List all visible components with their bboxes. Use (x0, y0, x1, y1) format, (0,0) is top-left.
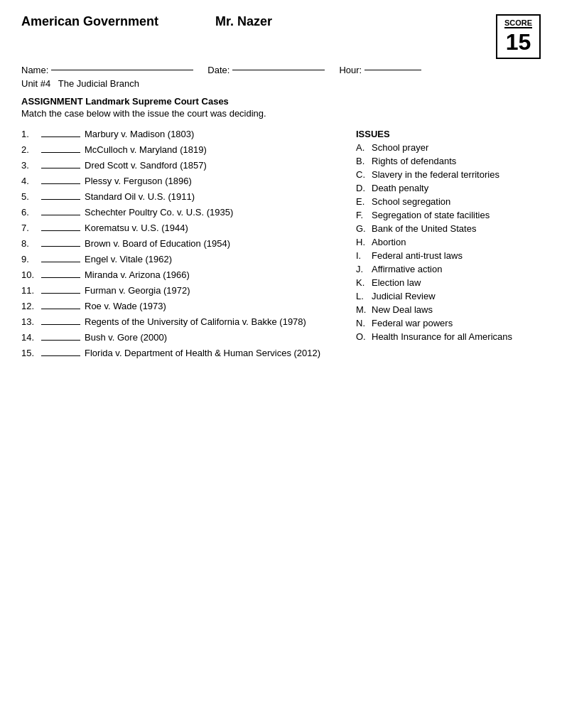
case-name: Bush v. Gore (2000) (85, 332, 342, 343)
assignment-instruction: Match the case below with the issue the … (21, 108, 541, 119)
unit-name: The Judicial Branch (58, 78, 139, 89)
issue-item: G. Bank of the United States (356, 223, 541, 234)
issue-item: F. Segregation of state facilities (356, 210, 541, 220)
hour-underline[interactable] (364, 70, 421, 70)
case-name: Furman v. Georgia (1972) (85, 285, 342, 296)
score-box: SCORE 15 (496, 14, 541, 59)
issue-item: M. New Deal laws (356, 304, 541, 315)
issue-text: Judicial Review (372, 291, 541, 301)
case-name: Regents of the University of California … (85, 316, 342, 327)
case-answer-blank[interactable] (41, 309, 80, 309)
case-answer-blank[interactable] (41, 168, 80, 168)
case-answer-blank[interactable] (41, 215, 80, 215)
case-item: 5. Standard Oil v. U.S. (1911) (21, 191, 342, 202)
teacher-name: Mr. Nazer (215, 14, 272, 29)
case-answer-blank[interactable] (41, 246, 80, 247)
issue-item: H. Abortion (356, 237, 541, 247)
issue-item: B. Rights of defendants (356, 156, 541, 166)
case-name: Engel v. Vitale (1962) (85, 254, 342, 264)
issue-text: Affirmative action (372, 264, 541, 274)
case-item: 11. Furman v. Georgia (1972) (21, 285, 342, 296)
issue-letter: J. (356, 264, 372, 274)
case-name: Plessy v. Ferguson (1896) (85, 176, 342, 186)
issue-letter: I. (356, 250, 372, 261)
case-item: 14. Bush v. Gore (2000) (21, 332, 342, 343)
issue-item: E. School segregation (356, 196, 541, 207)
issue-item: I. Federal anti-trust laws (356, 250, 541, 261)
case-answer-blank[interactable] (41, 340, 80, 341)
issue-text: Abortion (372, 237, 541, 247)
issue-letter: C. (356, 169, 372, 180)
case-answer-blank[interactable] (41, 230, 80, 231)
issue-letter: N. (356, 318, 372, 328)
course-title: American Government (21, 14, 158, 29)
case-name: Standard Oil v. U.S. (1911) (85, 191, 342, 202)
case-number: 5. (21, 191, 41, 202)
issue-text: Segregation of state facilities (372, 210, 541, 220)
case-number: 3. (21, 160, 41, 171)
issue-letter: E. (356, 196, 372, 207)
issue-text: School prayer (372, 142, 541, 153)
issue-letter: K. (356, 277, 372, 288)
case-item: 7. Korematsu v. U.S. (1944) (21, 223, 342, 233)
score-label: SCORE (504, 18, 532, 27)
case-item: 1. Marbury v. Madison (1803) (21, 129, 342, 139)
issue-item: L. Judicial Review (356, 291, 541, 301)
case-answer-blank[interactable] (41, 355, 80, 356)
assignment-title: ASSIGNMENT Landmark Supreme Court Cases (21, 96, 541, 107)
issue-text: Death penalty (372, 183, 541, 193)
unit-label: Unit #4 (21, 78, 50, 89)
case-answer-blank[interactable] (41, 324, 80, 325)
case-name: Marbury v. Madison (1803) (85, 129, 342, 139)
case-item: 6. Schechter Poultry Co. v. U.S. (1935) (21, 207, 342, 218)
issue-text: Slavery in the federal territories (372, 169, 541, 180)
case-name: Dred Scott v. Sandford (1857) (85, 160, 342, 171)
header-left: American Government Mr. Nazer (21, 14, 272, 29)
case-item: 2. McCulloch v. Maryland (1819) (21, 144, 342, 155)
case-number: 14. (21, 332, 41, 343)
case-number: 11. (21, 285, 41, 296)
cases-column: 1. Marbury v. Madison (1803) 2. McCulloc… (21, 129, 342, 363)
case-item: 15. Florida v. Department of Health & Hu… (21, 348, 342, 358)
issue-text: Bank of the United States (372, 223, 541, 234)
issue-item: J. Affirmative action (356, 264, 541, 274)
case-name: McCulloch v. Maryland (1819) (85, 144, 342, 155)
issue-item: N. Federal war powers (356, 318, 541, 328)
case-number: 6. (21, 207, 41, 218)
issue-item: C. Slavery in the federal territories (356, 169, 541, 180)
case-answer-blank[interactable] (41, 152, 80, 153)
date-underline[interactable] (232, 70, 325, 70)
issue-text: New Deal laws (372, 304, 541, 315)
date-field: Date: (207, 65, 325, 75)
issue-letter: D. (356, 183, 372, 193)
case-item: 8. Brown v. Board of Education (1954) (21, 238, 342, 249)
case-name: Brown v. Board of Education (1954) (85, 238, 342, 249)
case-number: 10. (21, 269, 41, 280)
name-underline[interactable] (51, 70, 193, 70)
info-row: Name: Date: Hour: (21, 65, 541, 75)
case-name: Miranda v. Arizona (1966) (85, 269, 342, 280)
issues-column: ISSUES A. School prayer B. Rights of def… (356, 129, 541, 363)
name-field: Name: (21, 65, 193, 75)
case-answer-blank[interactable] (41, 199, 80, 200)
case-answer-blank[interactable] (41, 277, 80, 278)
issue-text: Election law (372, 277, 541, 288)
issue-letter: M. (356, 304, 372, 315)
issue-item: K. Election law (356, 277, 541, 288)
case-number: 15. (21, 348, 41, 358)
case-item: 13. Regents of the University of Califor… (21, 316, 342, 327)
case-answer-blank[interactable] (41, 262, 80, 262)
issue-text: Federal anti-trust laws (372, 250, 541, 261)
case-name: Roe v. Wade (1973) (85, 301, 342, 311)
issue-item: D. Death penalty (356, 183, 541, 193)
issue-item: O. Health Insurance for all Americans (356, 331, 541, 342)
issue-letter: A. (356, 142, 372, 153)
case-answer-blank[interactable] (41, 293, 80, 294)
case-number: 12. (21, 301, 41, 311)
case-name: Schechter Poultry Co. v. U.S. (1935) (85, 207, 342, 218)
case-answer-blank[interactable] (41, 183, 80, 184)
case-number: 4. (21, 176, 41, 186)
issue-text: Rights of defendants (372, 156, 541, 166)
case-answer-blank[interactable] (41, 136, 80, 137)
issue-text: Health Insurance for all Americans (372, 331, 541, 342)
